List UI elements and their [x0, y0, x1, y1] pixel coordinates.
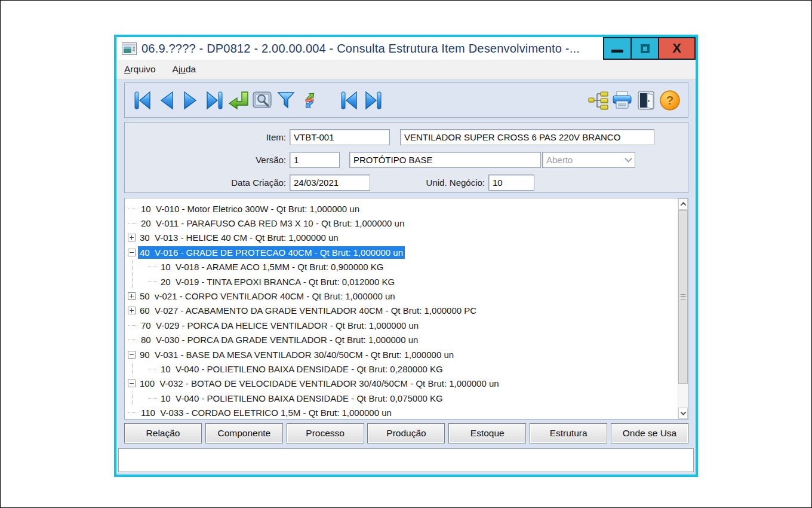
footer-button[interactable]: Onde se Usa [611, 423, 688, 443]
tree-item-label: 20 V-019 - TINTA EPOXI BRANCA - Qt Brut:… [159, 276, 396, 288]
structure-tree-panel: 10 V-010 - Motor Eletrico 300W - Qt Brut… [124, 198, 688, 420]
tree-item-label: 70 V-029 - PORCA DA HELICE VENTILADOR - … [139, 319, 420, 332]
data-criacao-label: Data Criação: [131, 178, 286, 188]
minimize-button[interactable] [603, 37, 632, 60]
nav-first-occurrence-icon[interactable] [337, 88, 361, 113]
tree-item-label: 30 V-013 - HELICE 40 CM - Qt Brut: 1,000… [138, 231, 340, 244]
tree-item-label: 90 V-031 - BASE DA MESA VENTILADOR 30/40… [138, 348, 456, 361]
toolbar: ? [124, 82, 688, 118]
title-bar[interactable]: 06.9.???? - DP0812 - 2.00.00.004 - Consu… [116, 37, 696, 60]
tree-item[interactable]: 90 V-031 - BASE DA MESA VENTILADOR 30/40… [128, 347, 678, 362]
confirm-return-icon[interactable] [226, 88, 250, 113]
tree-item[interactable]: 10 V-018 - ARAME ACO 1,5MM - Qt Brut: 0,… [148, 260, 678, 274]
tree-item-label: 10 V-040 - POLIETILENO BAIXA DENSIDADE -… [159, 392, 445, 405]
tree-item-label: 110 V-033 - CORDAO ELETRICO 1,5M - Qt Br… [139, 406, 393, 419]
tree-item[interactable]: 100 V-032 - BOTAO DE VELOCIDADE VENTILAD… [128, 377, 678, 391]
nav-first-icon[interactable] [131, 88, 155, 113]
move-exchange-icon[interactable] [298, 88, 322, 113]
tree-item[interactable]: 40 V-016 - GRADE DE PROTECAO 40CM - Qt B… [128, 245, 678, 259]
tree-item[interactable]: 30 V-013 - HELICE 40 CM - Qt Brut: 1,000… [128, 231, 678, 245]
nav-prev-icon[interactable] [155, 88, 179, 113]
tree-expander-icon[interactable] [128, 380, 136, 387]
tree-item[interactable]: 50 v-021 - CORPO VENTILADOR 40CM - Qt Br… [128, 289, 678, 303]
scroll-up-icon [680, 202, 686, 208]
scroll-up-button[interactable] [678, 198, 688, 210]
view-search-icon[interactable] [250, 88, 274, 113]
menu-ajuda[interactable]: Ajuda [173, 64, 196, 75]
versao-description-field[interactable]: PROTÓTIPO BASE [349, 152, 541, 168]
maximize-icon [641, 44, 650, 53]
nav-last-icon[interactable] [202, 88, 226, 113]
menu-arquivo[interactable]: Arquivo [124, 64, 156, 75]
footer-button[interactable]: Componente [205, 423, 283, 443]
scrollbar-grip-icon [681, 294, 685, 301]
tree-item[interactable]: 70 V-029 - PORCA DA HELICE VENTILADOR - … [128, 318, 678, 332]
hierarchy-icon[interactable] [586, 88, 610, 113]
versao-field[interactable]: 1 [290, 152, 340, 168]
print-icon[interactable] [610, 88, 634, 113]
close-button[interactable]: X [658, 37, 696, 60]
tree-item[interactable]: 110 V-033 - CORDAO ELETRICO 1,5M - Qt Br… [128, 405, 678, 420]
tree-expander-icon[interactable] [128, 351, 136, 359]
tree-connector [148, 267, 157, 267]
tree-connector [128, 209, 137, 209]
tree-expander-icon[interactable] [128, 234, 136, 241]
header-form: Item: VTBT-001 VENTILADOR SUPER CROSS 6 … [124, 122, 688, 193]
tree-connector [148, 281, 157, 282]
desktop: 06.9.???? - DP0812 - 2.00.00.004 - Consu… [0, 0, 812, 508]
item-description-field[interactable]: VENTILADOR SUPER CROSS 6 PAS 220V BRANCO [400, 129, 654, 145]
help-glyph: ? [666, 93, 674, 108]
footer-button[interactable]: Processo [287, 423, 364, 443]
tree-item[interactable]: 10 V-040 - POLIETILENO BAIXA DENSIDADE -… [148, 362, 678, 376]
footer-button[interactable]: Estoque [448, 423, 526, 443]
tree-expander-icon[interactable] [128, 249, 136, 256]
data-criacao-field[interactable]: 24/03/2021 [290, 175, 370, 191]
vertical-scrollbar[interactable] [678, 198, 688, 419]
tree-item-label: 10 V-040 - POLIETILENO BAIXA DENSIDADE -… [159, 363, 445, 375]
item-code-field[interactable]: VTBT-001 [290, 129, 390, 145]
tree-connector [128, 223, 137, 224]
tree-item-label: 40 V-016 - GRADE DE PROTECAO 40CM - Qt B… [138, 246, 405, 259]
unid-negocio-field[interactable]: 10 [488, 175, 534, 191]
app-window: 06.9.???? - DP0812 - 2.00.00.004 - Consu… [114, 35, 698, 477]
tree-item[interactable]: 20 V-019 - TINTA EPOXI BRANCA - Qt Brut:… [148, 274, 678, 289]
tree-item-label: 10 V-010 - Motor Eletrico 300W - Qt Brut… [139, 203, 361, 215]
tree-item-label: 80 V-030 - PORCA DA GRADE VENTILADOR - Q… [139, 333, 420, 346]
tree-item-label: 20 V-011 - PARAFUSO CAB RED M3 X 10 - Qt… [139, 217, 406, 229]
menu-bar: Arquivo Ajuda [116, 60, 696, 79]
tree-expander-icon[interactable] [128, 307, 136, 314]
versao-label: Versão: [131, 155, 286, 165]
scroll-down-button[interactable] [678, 408, 688, 419]
footer-button[interactable]: Relação [124, 423, 202, 443]
footer-button[interactable]: Estrutura [530, 423, 607, 443]
scrollbar-thumb[interactable] [678, 210, 688, 384]
app-icon [122, 42, 137, 55]
tree-connector [128, 339, 137, 340]
nav-last-occurrence-icon[interactable] [361, 88, 385, 113]
help-icon[interactable]: ? [658, 88, 682, 113]
tree-connector [148, 398, 157, 399]
tree-connector [148, 369, 157, 369]
nav-next-icon[interactable] [179, 88, 202, 113]
tree-item[interactable]: 10 V-010 - Motor Eletrico 300W - Qt Brut… [128, 201, 678, 216]
tree-expander-icon[interactable] [128, 292, 136, 300]
unid-negocio-label: Unid. Negócio: [382, 178, 485, 188]
tree-item[interactable]: 60 V-027 - ACABAMENTO DA GRADE VENTILADO… [128, 304, 678, 318]
window-title: 06.9.???? - DP0812 - 2.00.00.004 - Consu… [142, 42, 580, 56]
exit-door-icon[interactable] [634, 88, 658, 113]
maximize-button[interactable] [630, 37, 659, 60]
chevron-down-icon [625, 155, 632, 163]
structure-tree: 10 V-010 - Motor Eletrico 300W - Qt Brut… [125, 198, 678, 419]
footer-button[interactable]: Produção [367, 423, 445, 443]
tree-item[interactable]: 80 V-030 - PORCA DA GRADE VENTILADOR - Q… [128, 333, 678, 347]
tree-item-label: 100 V-032 - BOTAO DE VELOCIDADE VENTILAD… [138, 377, 501, 390]
minimize-icon [611, 50, 623, 53]
tree-item-label: 50 v-021 - CORPO VENTILADOR 40CM - Qt Br… [138, 290, 397, 302]
tree-item[interactable]: 10 V-040 - POLIETILENO BAIXA DENSIDADE -… [148, 391, 678, 405]
tree-item-label: 10 V-018 - ARAME ACO 1,5MM - Qt Brut: 0,… [159, 261, 386, 273]
status-dropdown[interactable]: Aberto [542, 152, 635, 168]
status-bar [118, 448, 694, 472]
tree-item[interactable]: 20 V-011 - PARAFUSO CAB RED M3 X 10 - Qt… [128, 216, 678, 230]
filter-icon[interactable] [274, 88, 298, 113]
tree-item-label: 60 V-027 - ACABAMENTO DA GRADE VENTILADO… [138, 304, 478, 317]
